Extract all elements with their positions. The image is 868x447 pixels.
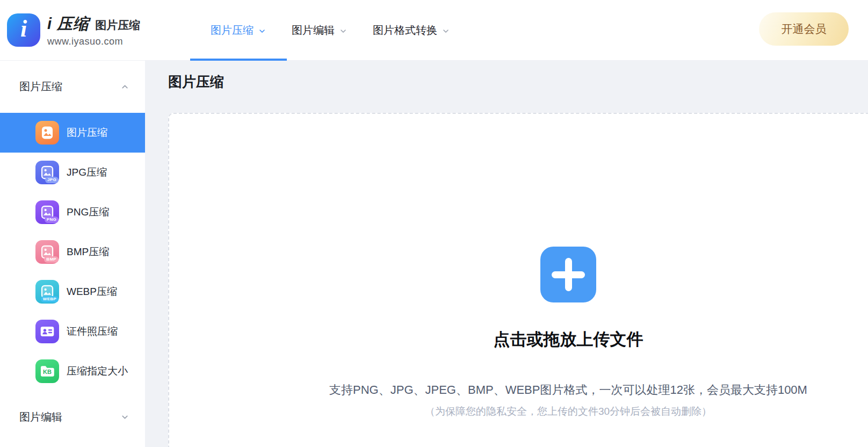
jpg-compress-icon: JPG [35, 161, 59, 184]
section-label: 图片压缩 [19, 80, 62, 94]
chevron-down-icon [258, 27, 266, 35]
bmp-compress-icon: BMP [35, 240, 59, 264]
image-compress-orange-icon [35, 121, 59, 145]
sidebar-item-label: 压缩指定大小 [67, 364, 128, 378]
section-label: 图片编辑 [19, 410, 62, 424]
sidebar-item-jpg-compress[interactable]: JPG JPG压缩 [0, 153, 145, 192]
sidebar-item-target-size-compress[interactable]: KB 压缩指定大小 [0, 351, 145, 391]
page-title: 图片压缩 [168, 72, 868, 91]
png-compress-icon: PNG [35, 200, 59, 224]
nav-item-label: 图片编辑 [292, 23, 335, 38]
upload-privacy-note: （为保障您的隐私安全，您上传的文件30分钟后会被自动删除） [425, 405, 712, 419]
top-nav: 图片压缩 图片编辑 图片格式转换 [198, 0, 462, 60]
sidebar-item-label: WEBP压缩 [67, 285, 117, 299]
brand-name: i 压缩 [47, 13, 89, 35]
webp-compress-icon: WEBP [35, 280, 59, 304]
format-badge: PNG [45, 217, 59, 223]
chevron-up-icon [121, 83, 129, 91]
format-badge: BMP [44, 256, 59, 263]
plus-icon [565, 258, 572, 291]
sidebar: 图片压缩 图片压缩 JPG JPG压缩 [0, 61, 145, 447]
brand-suffix: 图片压缩 [95, 18, 140, 33]
upload-dropzone[interactable]: 点击或拖放上传文件 支持PNG、JPG、JPEG、BMP、WEBP图片格式，一次… [168, 113, 868, 447]
nav-item-format-convert[interactable]: 图片格式转换 [360, 0, 462, 60]
main-content: 图片压缩 点击或拖放上传文件 支持PNG、JPG、JPEG、BMP、WEBP图片… [145, 61, 868, 447]
nav-item-label: 图片压缩 [211, 23, 254, 38]
upload-title: 点击或拖放上传文件 [494, 328, 643, 351]
sidebar-item-label: PNG压缩 [67, 205, 109, 219]
chevron-down-icon [442, 27, 450, 35]
logo[interactable]: i i 压缩 图片压缩 www.iyasuo.com [0, 0, 161, 60]
open-membership-button[interactable]: 开通会员 [759, 12, 849, 46]
chevron-down-icon [339, 27, 347, 35]
id-photo-compress-icon [35, 320, 59, 343]
kb-badge: KB [43, 369, 52, 375]
sidebar-section-image-edit[interactable]: 图片编辑 [0, 391, 145, 443]
sidebar-item-label: JPG压缩 [67, 165, 107, 179]
nav-item-label: 图片格式转换 [373, 23, 437, 38]
sidebar-item-bmp-compress[interactable]: BMP BMP压缩 [0, 232, 145, 272]
brand-logo-icon: i [7, 13, 40, 47]
sidebar-item-webp-compress[interactable]: WEBP WEBP压缩 [0, 272, 145, 312]
sidebar-section-image-compress[interactable]: 图片压缩 [0, 61, 145, 113]
brand-url: www.iyasuo.com [47, 36, 140, 47]
target-size-compress-icon: KB [35, 359, 59, 383]
sidebar-item-id-photo-compress[interactable]: 证件照压缩 [0, 312, 145, 351]
format-badge: WEBP [41, 296, 59, 302]
sidebar-item-label: 证件照压缩 [67, 325, 118, 338]
upload-hint: 支持PNG、JPG、JPEG、BMP、WEBP图片格式，一次可以处理12张，会员… [329, 382, 807, 398]
chevron-down-icon [121, 413, 129, 421]
sidebar-item-label: BMP压缩 [67, 245, 109, 259]
nav-item-image-compress[interactable]: 图片压缩 [198, 0, 279, 60]
sidebar-item-image-compress[interactable]: 图片压缩 [0, 113, 145, 153]
nav-item-image-edit[interactable]: 图片编辑 [279, 0, 360, 60]
logo-text: i 压缩 图片压缩 www.iyasuo.com [47, 13, 140, 47]
sidebar-item-png-compress[interactable]: PNG PNG压缩 [0, 192, 145, 232]
logo-glyph: i [20, 17, 27, 41]
sidebar-item-label: 图片压缩 [67, 126, 107, 140]
add-files-button[interactable] [540, 247, 596, 302]
top-header: i i 压缩 图片压缩 www.iyasuo.com 图片压缩 图片编辑 图片格… [0, 0, 868, 61]
format-badge: JPG [45, 177, 59, 183]
